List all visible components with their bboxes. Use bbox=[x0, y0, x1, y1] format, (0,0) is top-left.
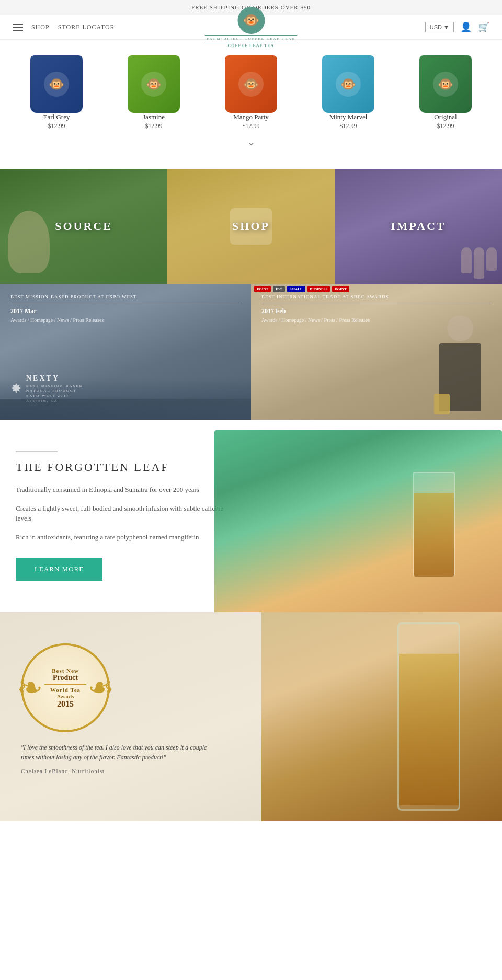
hamburger-menu[interactable] bbox=[13, 24, 23, 31]
header-right: USD ▼ 👤 🛒 bbox=[425, 21, 489, 33]
three-panels: SOURCE SHOP IMPACT bbox=[0, 169, 502, 284]
award-right-panel[interactable]: POINT IBC SMALL BUSINESS POINT BEST INTE… bbox=[251, 284, 502, 420]
nav-shop[interactable]: SHOP bbox=[31, 24, 50, 31]
product-price-mango-party: $12.99 bbox=[205, 122, 297, 130]
brand-tagline: FARM-DIRECT COFFEE LEAF TEAS bbox=[205, 35, 298, 42]
product-minty-marvel[interactable]: 🐵 Minty Marvel $12.99 bbox=[302, 55, 394, 130]
award-right-badge: BEST INTERNATIONAL TRADE AT SBBC AWARDS bbox=[261, 294, 492, 303]
award-left-panel[interactable]: BEST MISSION-BASED PRODUCT AT EXPO WEST … bbox=[0, 284, 251, 420]
forgotten-point-2: Creates a lightly sweet, full-bodied and… bbox=[16, 503, 235, 524]
products-section: 🐵 Earl Grey $12.99 🐵 Jasmine $12.99 🐵 Ma… bbox=[0, 40, 502, 169]
testimonial-author: Chelsea LeBlanc, Nutritionist bbox=[21, 768, 209, 774]
panel-source[interactable]: SOURCE bbox=[0, 169, 167, 284]
product-price-jasmine: $12.99 bbox=[108, 122, 200, 130]
testimonial: "I love the smoothness of the tea. I als… bbox=[21, 743, 209, 774]
forgotten-point-3: Rich in antioxidants, featuring a rare p… bbox=[16, 532, 235, 543]
panel-shop[interactable]: SHOP bbox=[167, 169, 335, 284]
user-icon[interactable]: 👤 bbox=[460, 21, 472, 33]
award-line-world-tea: World Tea bbox=[44, 687, 86, 693]
world-tea-award-badge: ❧ ❧ Best New Product World Tea Awards 20… bbox=[21, 643, 110, 732]
section-divider bbox=[16, 451, 58, 452]
forgotten-leaf-section: THE FORGOTTEN LEAF Traditionally consume… bbox=[0, 420, 502, 612]
header-left: SHOP STORE LOCATOR bbox=[13, 24, 115, 31]
header: SHOP STORE LOCATOR 🐵 FARM-DIRECT COFFEE … bbox=[0, 15, 502, 40]
ibc-badge-point: POINT bbox=[254, 286, 271, 292]
award-left-date: 2017 Mar bbox=[10, 307, 241, 315]
award-line-product: Product bbox=[44, 674, 86, 682]
product-bag-earl-grey: 🐵 bbox=[30, 55, 83, 113]
product-name-mango-party: Mango Party bbox=[205, 113, 297, 121]
products-grid: 🐵 Earl Grey $12.99 🐵 Jasmine $12.99 🐵 Ma… bbox=[10, 55, 492, 130]
currency-selector[interactable]: USD ▼ bbox=[425, 22, 454, 32]
awards-section: BEST MISSION-BASED PRODUCT AT EXPO WEST … bbox=[0, 284, 502, 420]
nav-store-locator[interactable]: STORE LOCATOR bbox=[58, 24, 115, 31]
product-name-earl-grey: Earl Grey bbox=[10, 113, 102, 121]
product-mango-party[interactable]: 🐵 Mango Party $12.99 bbox=[205, 55, 297, 130]
ibc-badge-small: SMALL bbox=[287, 286, 305, 292]
forgotten-right-photo bbox=[235, 451, 486, 581]
award-line-awards: Awards bbox=[44, 693, 86, 699]
logo[interactable]: 🐵 FARM-DIRECT COFFEE LEAF TEAS COFFEE LE… bbox=[205, 7, 298, 48]
forgotten-title: THE FORGOTTEN LEAF bbox=[16, 460, 235, 474]
forgotten-point-1: Traditionally consumed in Ethiopia and S… bbox=[16, 485, 235, 495]
award-line-best: Best New bbox=[44, 667, 86, 674]
product-name-jasmine: Jasmine bbox=[108, 113, 200, 121]
panel-shop-label: SHOP bbox=[232, 220, 270, 233]
product-price-earl-grey: $12.99 bbox=[10, 122, 102, 130]
panel-source-label: SOURCE bbox=[55, 220, 112, 233]
product-earl-grey[interactable]: 🐵 Earl Grey $12.99 bbox=[10, 55, 102, 130]
award-left-links: Awards / Homepage / News / Press Release… bbox=[10, 317, 241, 323]
award-right-date: 2017 Feb bbox=[261, 307, 492, 315]
product-bag-minty-marvel: 🐵 bbox=[322, 55, 374, 113]
award-line-year: 2015 bbox=[44, 699, 86, 709]
testimonial-quote: "I love the smoothness of the tea. I als… bbox=[21, 743, 209, 763]
product-name-minty-marvel: Minty Marvel bbox=[302, 113, 394, 121]
brand-name: COFFEE LEAF TEA bbox=[205, 43, 298, 48]
ibc-badge-point2: POINT bbox=[332, 286, 349, 292]
wreath-left-icon: ❧ bbox=[17, 672, 43, 704]
product-price-minty-marvel: $12.99 bbox=[302, 122, 394, 130]
product-bag-original: 🐵 bbox=[419, 55, 472, 113]
world-tea-awards-section: ❧ ❧ Best New Product World Tea Awards 20… bbox=[0, 612, 502, 821]
nexty-text: NEXTY BEST MISSION-BASEDNATURAL PRODUCTE… bbox=[26, 374, 83, 404]
ibc-badge-business: BUSINESS bbox=[307, 286, 330, 292]
nexty-sub: BEST MISSION-BASEDNATURAL PRODUCTEXPO WE… bbox=[26, 384, 83, 404]
cart-icon[interactable]: 🛒 bbox=[478, 21, 489, 33]
ibc-badge-ibc: IBC bbox=[273, 286, 284, 292]
forgotten-left: THE FORGOTTEN LEAF Traditionally consume… bbox=[16, 451, 235, 581]
product-name-original: Original bbox=[400, 113, 492, 121]
award-left-badge: BEST MISSION-BASED PRODUCT AT EXPO WEST bbox=[10, 294, 241, 303]
product-bag-mango-party: 🐵 bbox=[225, 55, 277, 113]
panel-impact[interactable]: IMPACT bbox=[335, 169, 502, 284]
scroll-down-arrow[interactable]: ⌄ bbox=[10, 130, 492, 158]
wreath-right-icon: ❧ bbox=[88, 672, 114, 704]
forgotten-points: Traditionally consumed in Ethiopia and S… bbox=[16, 485, 235, 542]
panel-impact-label: IMPACT bbox=[391, 220, 446, 233]
learn-more-button[interactable]: Learn More bbox=[16, 558, 102, 581]
main-nav: SHOP STORE LOCATOR bbox=[31, 24, 115, 31]
product-bag-jasmine: 🐵 bbox=[128, 55, 180, 113]
product-original[interactable]: 🐵 Original $12.99 bbox=[400, 55, 492, 130]
product-jasmine[interactable]: 🐵 Jasmine $12.99 bbox=[108, 55, 200, 130]
product-price-original: $12.99 bbox=[400, 122, 492, 130]
